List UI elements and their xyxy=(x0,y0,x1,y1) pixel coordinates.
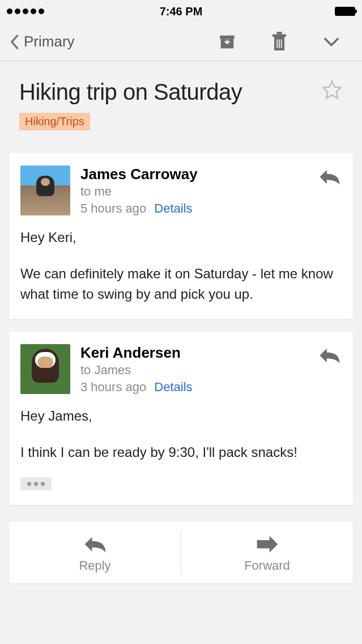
status-time: 7:46 PM xyxy=(160,5,203,18)
trash-icon xyxy=(271,32,288,52)
star-outline-icon xyxy=(321,79,343,101)
star-button[interactable] xyxy=(321,79,343,103)
sender-name: James Carroway xyxy=(80,166,342,183)
svg-rect-0 xyxy=(220,35,235,39)
signal-dots-icon xyxy=(7,9,44,14)
message-card: Keri Andersen to James 3 hours ago Detai… xyxy=(9,332,353,505)
subject-title: Hiking trip on Saturday xyxy=(19,79,242,105)
reply-icon-button[interactable] xyxy=(318,346,342,367)
sender-name: Keri Andersen xyxy=(80,344,342,362)
show-quoted-button[interactable] xyxy=(20,477,52,490)
reply-arrow-icon xyxy=(318,346,342,365)
svg-rect-3 xyxy=(277,32,282,35)
nav-bar: Primary xyxy=(0,23,362,61)
forward-arrow-icon xyxy=(255,535,280,554)
message-time: 5 hours ago xyxy=(80,201,146,215)
reply-icon-button[interactable] xyxy=(318,168,342,188)
reply-button[interactable]: Reply xyxy=(9,522,181,583)
message-card: James Carroway to me 5 hours ago Details… xyxy=(9,153,353,319)
chevron-down-icon xyxy=(323,37,339,47)
delete-button[interactable] xyxy=(269,32,289,52)
reply-arrow-icon xyxy=(318,168,342,186)
recipient-line: to James xyxy=(80,363,342,378)
details-link[interactable]: Details xyxy=(154,380,192,394)
more-button[interactable] xyxy=(321,32,342,52)
label-chip[interactable]: Hiking/Trips xyxy=(19,113,90,130)
archive-icon xyxy=(218,32,237,52)
back-label: Primary xyxy=(24,33,75,50)
battery-icon xyxy=(335,7,355,16)
chevron-left-icon xyxy=(9,34,19,50)
reply-label: Reply xyxy=(79,558,110,573)
back-button[interactable]: Primary xyxy=(9,33,75,50)
details-link[interactable]: Details xyxy=(154,201,192,215)
svg-rect-2 xyxy=(272,34,286,37)
subject-block: Hiking trip on Saturday Hiking/Trips xyxy=(0,61,362,141)
status-bar: 7:46 PM xyxy=(0,0,362,23)
archive-button[interactable] xyxy=(217,32,237,52)
forward-label: Forward xyxy=(244,558,290,573)
forward-button[interactable]: Forward xyxy=(181,522,353,583)
message-time: 3 hours ago xyxy=(80,380,146,394)
avatar[interactable] xyxy=(20,166,70,215)
message-body: Hey Keri, We can definitely make it on S… xyxy=(20,227,342,304)
recipient-line: to me xyxy=(80,184,342,199)
message-body: Hey James, I think I can be ready by 9:3… xyxy=(20,406,342,463)
reply-arrow-icon xyxy=(83,535,108,554)
avatar[interactable] xyxy=(20,344,70,394)
action-bar: Reply Forward xyxy=(9,522,353,583)
